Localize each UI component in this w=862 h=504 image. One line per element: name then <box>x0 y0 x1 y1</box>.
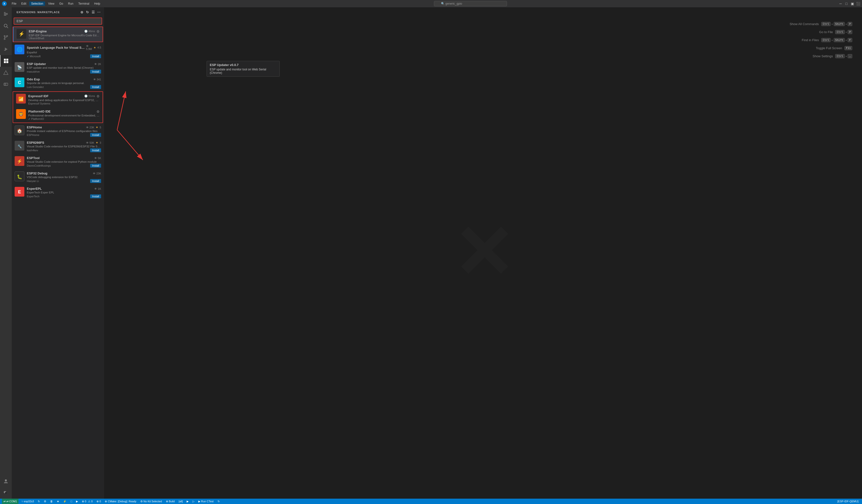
status-extra-errors[interactable]: ⊗ 0 <box>95 499 102 504</box>
install-btn-esper-epl[interactable]: Install <box>90 195 101 198</box>
menu-selection[interactable]: Selection <box>29 1 45 6</box>
ext-info-esp32-debug: ESP32 Debug 👁 23K VSCode debugging exten… <box>27 172 101 183</box>
search-input[interactable] <box>16 19 99 23</box>
more-actions-icon[interactable]: ··· <box>97 10 101 15</box>
ext-name-espressif-idf: Espressif IDF <box>28 94 49 98</box>
kbd-p-1: P <box>848 22 852 26</box>
ext-downloads-spanish-lp: 👁 5.9M <box>86 44 92 50</box>
status-square[interactable]: □ <box>69 499 73 504</box>
ext-author-esptool: DavesCodeMusings <box>27 164 51 167</box>
activity-bar <box>0 7 12 499</box>
shortcuts-panel: Show All Commands Ctrl + Shift + P Go to… <box>789 22 852 58</box>
status-remote[interactable]: ⇌ ⇌ COM1 <box>2 499 18 504</box>
status-branch[interactable]: ⑂ esp32s3 <box>21 499 35 504</box>
install-btn-spanish-lp[interactable]: Install <box>90 54 101 58</box>
ext-item-esphome[interactable]: 🏠 ESPHome 👁 23K ★ 5 Provide instant vali… <box>12 123 104 139</box>
activity-search[interactable] <box>0 20 12 32</box>
status-cmake-text: CMake: [Debug]: Ready <box>108 500 136 503</box>
install-btn-esphome[interactable]: Install <box>90 133 101 137</box>
extension-list[interactable]: ⚡ ESP-Engine 🕐 46ms ⚙ ESP-IDF Developmen… <box>12 26 104 499</box>
panel-title: EXTENSIONS: MARKETPLACE <box>16 11 60 14</box>
ext-star-esp8266fs: ★ <box>96 141 98 144</box>
menu-view[interactable]: View <box>46 1 56 6</box>
ext-meta-odo-esp: 👁 341 <box>93 78 101 81</box>
status-extra-errors-count: 0 <box>100 500 101 503</box>
activity-explorer[interactable] <box>0 8 12 20</box>
svg-rect-11 <box>4 59 6 61</box>
bottom-border-group: 📶 Espressif IDF 🕐 91ms ⚙ Develop and deb… <box>13 91 103 123</box>
install-btn-esp32-debug[interactable]: Install <box>90 179 101 183</box>
ext-item-spanish-lp[interactable]: 🌐 Spanish Language Pack for Visual Studi… <box>12 43 104 60</box>
status-build[interactable]: ⊕ Build <box>165 499 176 504</box>
status-run-ctest[interactable]: ▶ Run CTest <box>197 499 214 504</box>
status-kit[interactable]: ⚙ No Kit Selected <box>139 499 163 504</box>
status-cmake[interactable]: ⊕ CMake: [Debug]: Ready <box>104 499 137 504</box>
menu-file[interactable]: File <box>10 1 18 6</box>
ext-icon-esphome: 🏠 <box>15 125 24 135</box>
status-run-ctest-text: Run CTest <box>201 500 213 503</box>
status-errors-warnings[interactable]: ⊗ 0 ⚠ 0 <box>81 499 94 504</box>
titlebar-search-box[interactable]: 🔍 generic_gpio <box>434 1 507 6</box>
install-btn-esp8266fs[interactable]: Install <box>90 148 101 152</box>
kbd-plus-1b: + <box>846 23 847 26</box>
shortcut-keys-show-all-commands: Ctrl + Shift + P <box>821 22 852 26</box>
menu-go[interactable]: Go <box>57 1 65 6</box>
status-bolt[interactable]: ⚡ <box>62 499 67 504</box>
ext-item-esper-epl[interactable]: E EsperEPL 👁 1K EsperTech Esper EPL Espe… <box>12 185 104 200</box>
ext-time-espressif-idf: 🕐 91ms <box>84 94 95 98</box>
shortcut-row-show-all-commands: Show All Commands Ctrl + Shift + P <box>789 22 852 26</box>
ext-item-esp-engine[interactable]: ⚡ ESP-Engine 🕐 46ms ⚙ ESP-IDF Developmen… <box>13 27 103 42</box>
status-sync[interactable]: ↻ <box>37 499 41 504</box>
status-play[interactable]: ▶ <box>75 499 79 504</box>
ext-author-row-esp32-debug: Haoyan Li Install <box>27 179 101 183</box>
ext-gear-espressif-idf[interactable]: ⚙ <box>96 94 100 98</box>
status-all-target[interactable]: [all] <box>178 499 184 504</box>
window-toggle-sidebar[interactable]: ▣ <box>850 2 854 5</box>
activity-source-control[interactable] <box>0 32 12 43</box>
ext-name-esp32-debug: ESP32 Debug <box>27 172 48 175</box>
filter-icon[interactable]: ⊜ <box>80 10 84 15</box>
menu-edit[interactable]: Edit <box>19 1 28 6</box>
status-debug-run[interactable]: ▷ <box>192 499 195 504</box>
ext-item-platformio-ide[interactable]: 🦁 PlatformIO IDE ⚙ Professional developm… <box>13 107 103 122</box>
activity-accounts[interactable] <box>0 475 12 487</box>
status-debug-run-icon: ▷ <box>193 500 194 503</box>
status-settings-sync[interactable]: ⚙ <box>43 499 47 504</box>
ext-time-esp-engine: 🕐 46ms <box>84 30 95 33</box>
ext-gear-platformio-ide[interactable]: ⚙ <box>96 110 100 114</box>
window-close[interactable]: ⬛ <box>856 2 860 5</box>
window-maximize[interactable]: □ <box>845 2 848 5</box>
activity-cmake[interactable] <box>0 67 12 78</box>
status-trash[interactable]: 🗑 <box>49 499 54 504</box>
status-refresh[interactable]: ↻ <box>217 499 221 504</box>
activity-settings[interactable] <box>0 487 12 499</box>
search-box-outer[interactable] <box>14 17 102 25</box>
status-run-build[interactable]: ▶ <box>186 499 190 504</box>
window-minimize[interactable]: ─ <box>839 2 843 5</box>
install-btn-odo-esp[interactable]: Install <box>90 85 101 89</box>
ext-item-espressif-idf[interactable]: 📶 Espressif IDF 🕐 91ms ⚙ Develop and deb… <box>13 92 103 107</box>
install-btn-esp-updater[interactable]: Install <box>90 70 101 74</box>
ext-item-esp-updater[interactable]: 📡 ESP Updater 👁 2K ESP update and monito… <box>12 60 104 76</box>
ext-author-odo-esp: Luis Gonzalez <box>27 85 44 89</box>
status-bookmark[interactable]: ★ <box>56 499 60 504</box>
status-sync-icon: ↻ <box>38 500 40 503</box>
views-icon[interactable]: ☰ <box>91 10 95 15</box>
ext-item-esp8266fs[interactable]: 🔧 ESP8266FS 👁 50K ★ 3 Visual Studio Code… <box>12 139 104 154</box>
menu-help[interactable]: Help <box>92 1 102 6</box>
ext-item-esp32-debug[interactable]: 🐛 ESP32 Debug 👁 23K VSCode debugging ext… <box>12 170 104 185</box>
ext-info-esper-epl: EsperEPL 👁 1K EsperTech Esper EPL EsperT… <box>27 187 101 198</box>
menu-terminal[interactable]: Terminal <box>76 1 91 6</box>
ext-item-esptool[interactable]: ⚡ ESPTool 👁 5K Visual Studio Code extens… <box>12 154 104 170</box>
ext-author-espressif-idf: Espressif Systems <box>28 102 50 105</box>
ext-gear-esp-engine[interactable]: ⚙ <box>96 29 100 34</box>
activity-run-debug[interactable] <box>0 43 12 55</box>
titlebar-search-area: 🔍 generic_gpio <box>104 1 837 6</box>
menu-run[interactable]: Run <box>66 1 75 6</box>
refresh-icon[interactable]: ↻ <box>86 10 90 15</box>
activity-remote[interactable] <box>0 78 12 90</box>
activity-extensions[interactable] <box>0 55 12 67</box>
ext-item-odo-esp[interactable]: C Odo Esp 👁 341 Soporte de sintáxis para… <box>12 76 104 91</box>
ext-meta-esphome: 👁 23K ★ 5 <box>86 126 101 129</box>
install-btn-esptool[interactable]: Install <box>90 164 101 168</box>
